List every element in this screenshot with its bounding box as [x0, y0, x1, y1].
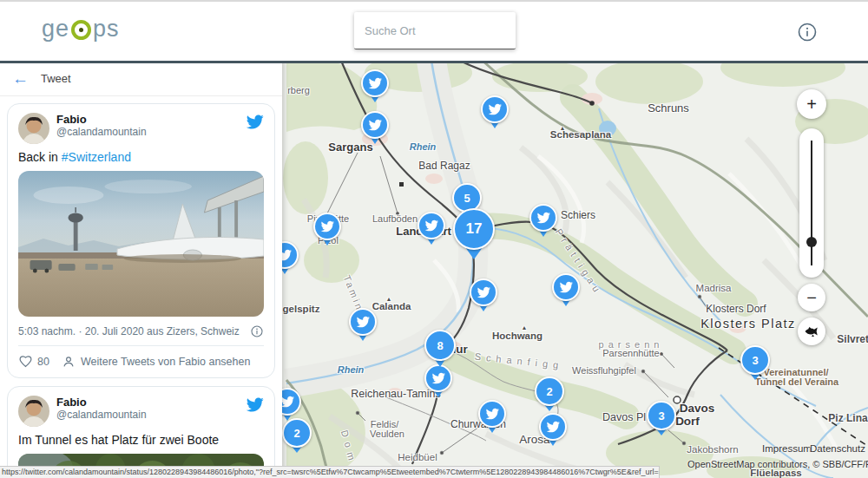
like-count[interactable]: 80 — [37, 356, 49, 368]
impressum-link[interactable]: Impressum — [762, 443, 812, 454]
twitter-logo-icon[interactable] — [246, 396, 264, 417]
twitter-bird-icon — [368, 76, 382, 90]
twitter-bird-icon — [485, 407, 499, 421]
cluster-count: 5 — [464, 192, 470, 205]
info-button[interactable] — [797, 22, 818, 43]
cluster-count: 17 — [466, 220, 483, 238]
tweet-author-handle[interactable]: @calandamountain — [56, 409, 246, 421]
tweet-panel: ← Tweet Fabio @calandamountain — [0, 61, 282, 478]
cluster-count: 2 — [293, 427, 299, 440]
panel-header: ← Tweet — [0, 61, 282, 96]
tweet-cluster-marker[interactable]: 2 — [282, 418, 312, 448]
avatar[interactable] — [18, 396, 49, 427]
cluster-count: 3 — [752, 354, 758, 367]
twitter-bird-icon — [368, 118, 382, 132]
tweet-pin-marker[interactable] — [478, 400, 506, 428]
zoom-out-button[interactable]: − — [798, 284, 825, 311]
back-button[interactable]: ← — [12, 70, 29, 87]
tweet-cluster-marker[interactable]: 8 — [424, 330, 456, 361]
cluster-count: 3 — [658, 409, 664, 422]
tweet-photo-airport[interactable] — [18, 171, 264, 317]
app-header: ge ps — [0, 0, 868, 63]
twitter-bird-icon — [546, 420, 560, 434]
logo-text-ge: ge — [42, 16, 69, 43]
avatar-photo — [18, 396, 49, 427]
tweet-text: Back in #Switzerland — [18, 150, 264, 164]
person-icon[interactable] — [62, 355, 76, 369]
info-icon — [797, 22, 818, 43]
logo-text-ps: ps — [93, 16, 120, 43]
twitter-bird-icon — [431, 371, 445, 385]
tweet-info-icon[interactable] — [250, 324, 264, 338]
avatar[interactable] — [18, 113, 49, 144]
twitter-bird-icon — [536, 211, 550, 225]
cluster-count: 2 — [546, 385, 552, 398]
basemap-toggle-button[interactable] — [798, 318, 825, 345]
tweet-author-handle[interactable]: @calandamountain — [56, 126, 246, 138]
tweet-author-name[interactable]: Fabio — [56, 396, 246, 409]
tweet-pin-marker[interactable] — [361, 69, 389, 97]
twitter-bird-icon — [424, 219, 438, 232]
fish-icon — [804, 325, 819, 337]
search-box — [354, 12, 516, 49]
twitter-bird-icon — [356, 315, 370, 329]
tweet-cluster-marker[interactable]: 3 — [647, 401, 676, 430]
tweet-pin-marker[interactable] — [313, 213, 341, 240]
osm-attribution: OpenStreetMap contributors, © SBB/CFF/FF… — [687, 459, 868, 469]
logo-o-icon — [71, 20, 91, 40]
datenschutz-link[interactable]: Datenschutz — [810, 443, 865, 454]
twitter-bird-icon — [559, 280, 573, 294]
tweet-author-name[interactable]: Fabio — [56, 113, 246, 126]
link-preview-bar: https://twitter.com/calandamountain/stat… — [0, 466, 660, 478]
tweet-pin-marker[interactable] — [529, 204, 557, 232]
tweet-timestamp[interactable]: 5:03 nachm. · 20. Juli 2020 aus Zizers, … — [18, 325, 240, 337]
twitter-bird-icon — [488, 102, 502, 116]
tweet-pin-marker[interactable] — [361, 111, 389, 139]
tweet-card[interactable]: Fabio @calandamountain Back in #Switzerl… — [7, 103, 275, 378]
tweet-pin-marker[interactable] — [418, 212, 445, 239]
zoom-slider[interactable] — [799, 128, 824, 278]
zoom-slider-knob[interactable] — [806, 237, 817, 247]
tweet-pin-marker[interactable] — [470, 278, 497, 306]
tweet-pin-marker[interactable] — [539, 413, 567, 441]
twitter-logo-icon[interactable] — [246, 113, 264, 134]
tweet-cluster-marker[interactable]: 17 — [453, 208, 495, 250]
avatar-photo — [18, 113, 49, 144]
tweet-cluster-marker[interactable]: 2 — [535, 377, 564, 406]
hashtag-link[interactable]: #Switzerland — [62, 150, 131, 164]
tweet-pin-marker[interactable] — [481, 95, 509, 123]
panel-title: Tweet — [41, 72, 71, 85]
twitter-bird-icon — [320, 219, 334, 233]
zoom-in-button[interactable]: + — [797, 89, 826, 119]
airport-photo-art — [18, 171, 264, 317]
tweet-cluster-marker[interactable]: 3 — [740, 345, 770, 375]
like-icon[interactable] — [18, 354, 33, 369]
search-input[interactable] — [354, 24, 523, 37]
cluster-count: 8 — [437, 339, 443, 352]
geops-logo[interactable]: ge ps — [42, 16, 120, 43]
tweet-card[interactable]: Fabio @calandamountain Im Tunnel es hat … — [7, 386, 275, 478]
twitter-bird-icon — [477, 285, 490, 299]
tweet-pin-marker[interactable] — [552, 273, 580, 301]
twitter-bird-icon — [280, 395, 294, 409]
tweet-text: Im Tunnel es hat Platz für zwei Boote — [18, 433, 264, 447]
tweet-pin-marker[interactable] — [349, 308, 377, 336]
more-tweets-link[interactable]: Weitere Tweets von Fabio ansehen — [81, 356, 251, 368]
